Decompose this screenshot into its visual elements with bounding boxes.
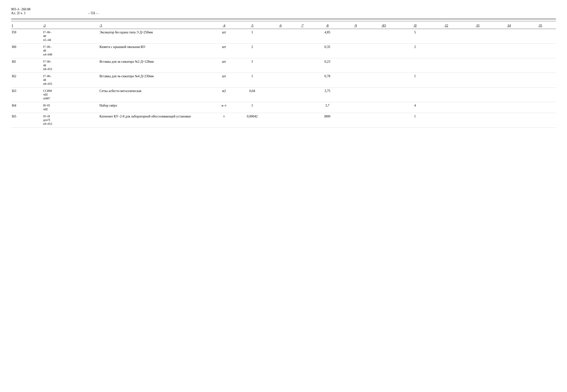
table-row: I64I8–05 чШНабор свёрлк–тI3,74 [11,102,556,113]
cell-3-0: I62 [11,73,43,87]
col-header-12: :I2 [431,23,462,29]
cell-1-7: 0,35 [312,43,343,58]
cell-0-9 [368,29,399,43]
cell-4-4: 0,04 [237,87,268,102]
cell-5-1: I8–05 чШ [43,102,99,113]
cell-0-0: I59 [11,29,43,43]
cell-1-10: 2 [399,43,431,58]
cell-1-12 [462,43,493,58]
cell-2-10 [399,58,431,73]
cell-6-6 [293,113,312,127]
cell-5-9 [368,102,399,113]
cell-5-12 [462,102,493,113]
cell-6-0: I65 [11,113,43,127]
cell-3-13 [493,73,525,87]
cell-5-8 [343,102,368,113]
cell-0-13 [493,29,525,43]
page-header: 903–I– 260.88 Ал. 2I ч. 3 – 55I – . [11,7,556,15]
cell-4-8 [343,87,368,102]
cell-1-14 [524,43,556,58]
col-header-15: :I5 [524,23,556,29]
table-row: I63ССИМ чШ пI487Сетка асбесто-металличес… [11,87,556,102]
cell-5-7: 3,7 [312,102,343,113]
cell-6-8 [343,113,368,127]
cell-4-6 [293,87,312,102]
cell-6-9 [368,113,399,127]
cell-3-5 [268,73,293,87]
cell-0-12 [462,29,493,43]
col-header-4: :4 [211,23,237,29]
cell-4-3: м2 [211,87,237,102]
cell-0-8 [343,29,368,43]
cell-0-7: 4,85 [312,29,343,43]
col-header-11: :II [399,23,431,29]
cell-0-11 [431,29,462,43]
col-header-14: :I4 [493,23,525,29]
cell-6-11 [431,113,462,127]
cell-2-5 [268,58,293,73]
col-header-2: :2 [43,23,99,29]
cell-3-1: I7–06– 48 п8–055 [43,73,99,87]
cell-5-5 [268,102,293,113]
cell-0-5 [268,29,293,43]
cell-3-10: I [399,73,431,87]
col-header-8: :8 [312,23,343,29]
cell-6-12 [462,113,493,127]
table-row: I59I7–06– 48 п5–I4IЭксикатор без крана т… [11,29,556,43]
col-header-9: :9 [343,23,368,29]
cell-0-1: I7–06– 48 п5–I4I [43,29,99,43]
col-header-1: I [11,23,43,29]
cell-2-0: I6I [11,58,43,73]
cell-5-6 [293,102,312,113]
cell-2-3: шт [211,58,237,73]
cell-3-7: 0,78 [312,73,343,87]
cell-1-13 [493,43,525,58]
cell-3-6 [293,73,312,87]
cell-2-1: I7–06– 48 п8–053 [43,58,99,73]
cell-0-2: Эксикатор без крана типа Э Д=250мм [99,29,212,43]
cell-2-11 [431,58,462,73]
table-row: I6505–0I доп7I п9–053Катионит КУ–2-8 для… [11,113,556,127]
header-line1: 903–I– 260.88 [11,7,556,11]
col-header-13: :I3 [462,23,493,29]
col-header-3: :3 [99,23,212,29]
cell-4-2: Сетка асбесто-металлическая [99,87,212,102]
column-header-row: I :2 :3 :4 :5 :6 :7 :8 :9 :IO :II :I2 :I… [11,23,556,29]
cell-4-14 [524,87,556,102]
cell-0-4: I [237,29,268,43]
cell-6-3: т [211,113,237,127]
col-header-5: :5 [237,23,268,29]
main-table: I :2 :3 :4 :5 :6 :7 :8 :9 :IO :II :I2 :I… [11,23,556,127]
cell-4-11 [431,87,462,102]
cell-3-14 [524,73,556,87]
cell-2-6 [293,58,312,73]
col-header-10: :IO [368,23,399,29]
cell-4-7: 3,75 [312,87,343,102]
table-row: I60I7–06– 48 п4–048Кювета с крышкой овал… [11,43,556,58]
cell-2-7: 0,23 [312,58,343,73]
cell-4-10 [399,87,431,102]
cell-6-1: 05–0I доп7I п9–053 [43,113,99,127]
cell-1-1: I7–06– 48 п4–048 [43,43,99,58]
cell-0-6 [293,29,312,43]
cell-2-2: Вставка для эк-сикатора №2 Д=128мм [99,58,212,73]
cell-6-10: I [399,113,431,127]
cell-3-9 [368,73,399,87]
cell-5-0: I64 [11,102,43,113]
cell-2-13 [493,58,525,73]
cell-5-2: Набор свёрл [99,102,212,113]
cell-4-13 [493,87,525,102]
cell-3-8 [343,73,368,87]
cell-3-3: шт [211,73,237,87]
cell-2-8 [343,58,368,73]
cell-1-11 [431,43,462,58]
cell-1-5 [268,43,293,58]
cell-3-4: I [237,73,268,87]
cell-0-10: 5 [399,29,431,43]
cell-1-3: шт [211,43,237,58]
cell-1-2: Кювета с крышкой овальная КО [99,43,212,58]
cell-4-12 [462,87,493,102]
cell-4-9 [368,87,399,102]
cell-5-11 [431,102,462,113]
cell-1-8 [343,43,368,58]
